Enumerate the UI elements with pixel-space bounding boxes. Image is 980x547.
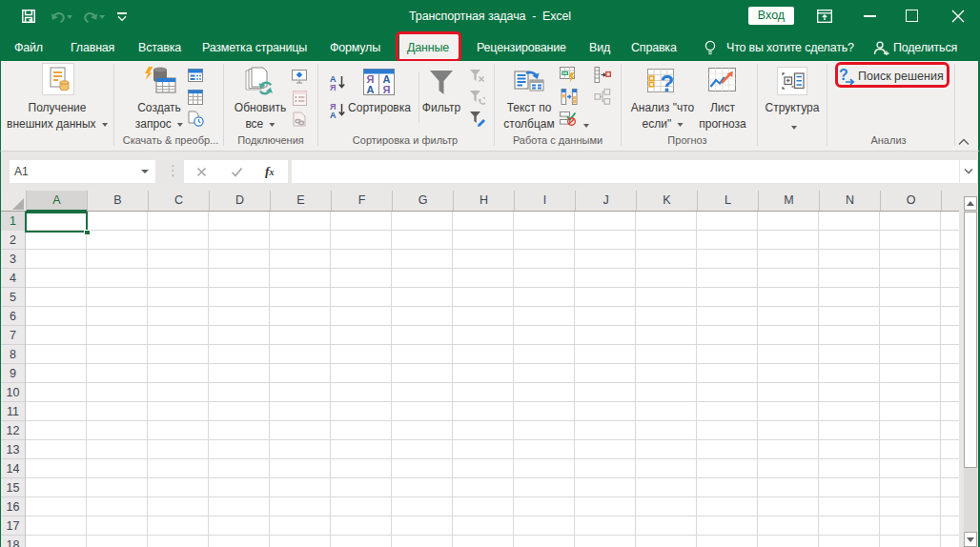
svg-text:?: ? <box>661 71 675 96</box>
svg-text:Я: Я <box>383 84 391 95</box>
svg-text:Я: Я <box>330 83 336 91</box>
svg-text:А: А <box>330 111 337 119</box>
svg-text:А: А <box>367 84 375 95</box>
